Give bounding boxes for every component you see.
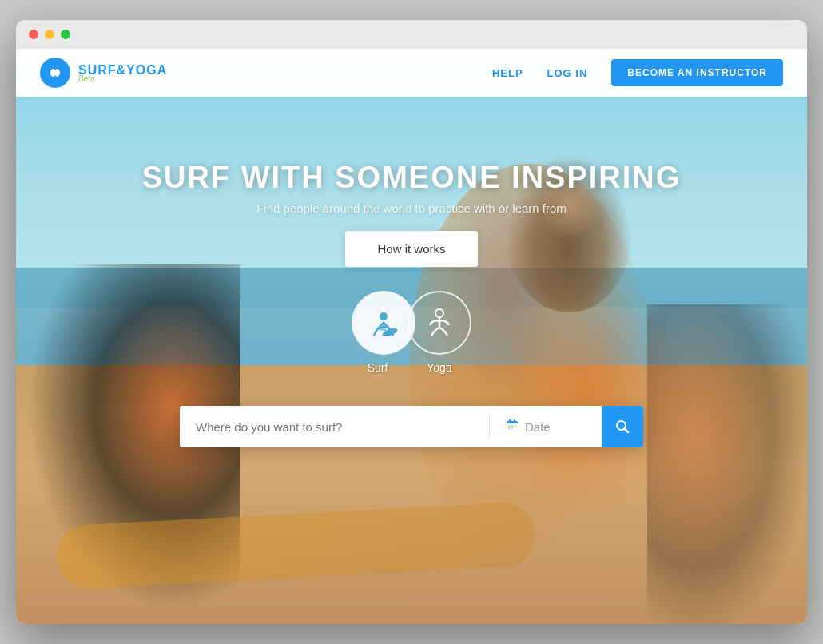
yoga-category[interactable]: Yoga bbox=[408, 291, 471, 374]
date-placeholder: Date bbox=[525, 420, 551, 434]
browser-content: SURF&YOGA Beta HELP LOG IN BECOME AN INS… bbox=[16, 49, 807, 624]
logo-text-area: SURF&YOGA Beta bbox=[78, 63, 167, 83]
hero-content: SURF WITH SOMEONE INSPIRING Find people … bbox=[16, 97, 807, 624]
help-link[interactable]: HELP bbox=[492, 67, 523, 79]
browser-chrome bbox=[16, 20, 807, 49]
navbar: SURF&YOGA Beta HELP LOG IN BECOME AN INS… bbox=[16, 49, 807, 97]
nav-links: HELP LOG IN BECOME AN INSTRUCTOR bbox=[492, 59, 783, 86]
yoga-label: Yoga bbox=[427, 361, 451, 374]
become-instructor-button[interactable]: BECOME AN INSTRUCTOR bbox=[611, 59, 783, 86]
search-button[interactable] bbox=[602, 406, 643, 447]
surf-label: Surf bbox=[368, 361, 388, 374]
browser-dot-minimize[interactable] bbox=[45, 30, 54, 39]
svg-rect-10 bbox=[515, 425, 516, 427]
how-it-works-button[interactable]: How it works bbox=[345, 231, 477, 267]
login-link[interactable]: LOG IN bbox=[547, 67, 588, 79]
browser-dot-close[interactable] bbox=[29, 30, 38, 39]
browser-window: SURF&YOGA Beta HELP LOG IN BECOME AN INS… bbox=[16, 20, 807, 624]
hero-subtitle: Find people around the world to practice… bbox=[256, 201, 567, 215]
svg-rect-9 bbox=[511, 425, 513, 427]
svg-point-3 bbox=[435, 309, 443, 317]
date-area[interactable]: Date bbox=[490, 406, 602, 447]
yoga-icon-circle bbox=[408, 291, 471, 355]
svg-rect-6 bbox=[509, 419, 511, 423]
svg-line-14 bbox=[625, 429, 629, 433]
logo-icon bbox=[40, 58, 70, 88]
calendar-icon bbox=[506, 419, 519, 435]
category-icons: Surf Yoga bbox=[352, 291, 471, 374]
svg-rect-8 bbox=[508, 425, 510, 427]
search-icon bbox=[615, 419, 630, 434]
svg-rect-5 bbox=[507, 423, 518, 431]
beta-label: Beta bbox=[78, 74, 167, 83]
svg-point-0 bbox=[54, 71, 57, 74]
surf-icon-circle bbox=[352, 291, 415, 355]
svg-rect-12 bbox=[511, 427, 513, 429]
logo-area: SURF&YOGA Beta bbox=[40, 58, 492, 88]
location-input[interactable] bbox=[180, 406, 489, 447]
search-bar: Date bbox=[180, 406, 643, 447]
surf-category[interactable]: Surf bbox=[352, 291, 404, 374]
browser-dot-maximize[interactable] bbox=[61, 30, 70, 39]
hero-title: SURF WITH SOMEONE INSPIRING bbox=[142, 161, 682, 195]
svg-rect-7 bbox=[514, 419, 515, 423]
svg-rect-11 bbox=[508, 427, 510, 429]
svg-point-1 bbox=[380, 312, 388, 320]
